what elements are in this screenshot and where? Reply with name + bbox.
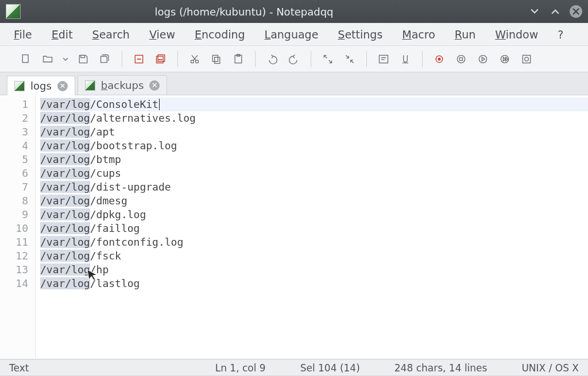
new-file-icon — [20, 53, 32, 65]
svg-point-19 — [525, 57, 529, 61]
svg-rect-0 — [22, 55, 28, 62]
line-number: 8 — [0, 194, 28, 208]
selection-highlight: /var/log — [40, 250, 90, 262]
menu-settings[interactable]: Settings — [338, 28, 382, 41]
zoom-out-button[interactable] — [341, 51, 358, 68]
menu-macro[interactable]: Macro — [402, 28, 435, 41]
maximize-button[interactable] — [549, 5, 562, 18]
toolbar-separator — [366, 51, 367, 67]
tab-close-button[interactable]: ✕ — [149, 80, 160, 91]
status-eol[interactable]: UNIX / OS X — [521, 362, 579, 374]
minimize-button[interactable] — [528, 5, 541, 18]
line-number: 3 — [0, 125, 28, 139]
save-macro-icon — [521, 53, 532, 65]
close-window-button[interactable] — [570, 5, 582, 18]
selection-highlight: /var/log — [40, 222, 90, 234]
line-number: 14 — [0, 277, 28, 290]
open-file-button[interactable] — [39, 51, 56, 68]
menu-q[interactable]: ? — [558, 28, 563, 41]
line-number: 7 — [0, 180, 28, 194]
tab-close-button[interactable]: ✕ — [57, 81, 68, 91]
editor-line[interactable]: /var/log/btmp — [40, 153, 588, 166]
editor-line[interactable]: /var/log/apt — [40, 125, 588, 139]
editor-line[interactable]: /var/log/faillog — [40, 222, 588, 235]
editor-line[interactable]: /var/log/dist-upgrade — [40, 180, 588, 194]
editor-line[interactable]: /var/log/bootstrap.log — [40, 139, 588, 153]
editor-line[interactable]: /var/log/alternatives.log — [40, 111, 588, 125]
editor-line[interactable]: /var/log/cups — [40, 166, 588, 180]
editor-lines[interactable]: /var/log/ConsoleKit/var/log/alternatives… — [36, 95, 588, 359]
close-all-button[interactable] — [152, 51, 169, 68]
zoom-in-button[interactable] — [319, 51, 336, 68]
copy-button[interactable] — [208, 51, 225, 68]
app-icon — [6, 4, 21, 19]
toolbar-separator — [311, 51, 311, 67]
undo-button[interactable] — [264, 51, 281, 68]
selection-highlight: /var/log — [40, 126, 90, 138]
menu-language[interactable]: Language — [265, 28, 319, 41]
paste-icon — [233, 53, 244, 65]
close-icon — [571, 6, 581, 17]
line-number: 4 — [0, 139, 28, 153]
menu-run[interactable]: Run — [455, 28, 475, 41]
line-number: 6 — [0, 166, 28, 180]
menu-edit[interactable]: Edit — [52, 28, 73, 41]
chevron-up-icon — [550, 6, 560, 17]
document-icon — [85, 80, 95, 91]
tab-logs[interactable]: logs✕ — [7, 76, 75, 95]
save-all-icon — [99, 53, 111, 65]
status-language[interactable]: Text — [9, 362, 29, 374]
cut-button[interactable] — [186, 51, 203, 68]
status-selection: Sel 104 (14) — [300, 362, 360, 374]
editor-line[interactable]: /var/log/hp — [40, 263, 588, 277]
save-icon — [78, 53, 89, 65]
play-button[interactable] — [474, 51, 492, 68]
open-recent-dropdown[interactable] — [61, 51, 70, 68]
redo-button[interactable] — [285, 51, 303, 68]
chevron-down-icon — [61, 53, 70, 65]
tab-backups[interactable]: backups✕ — [78, 75, 167, 95]
menu-encoding[interactable]: Encoding — [195, 28, 245, 41]
svg-point-13 — [438, 57, 441, 60]
redo-icon — [288, 53, 300, 65]
show-symbols-button[interactable] — [397, 51, 414, 68]
save-button[interactable] — [75, 51, 92, 68]
editor-line[interactable]: /var/log/fontconfig.log — [40, 235, 588, 249]
menubar: FileEditSearchViewEncodingLanguageSettin… — [0, 23, 588, 46]
editor-line[interactable]: /var/log/dpkg.log — [40, 208, 588, 222]
menu-window[interactable]: Window — [495, 28, 538, 41]
paste-button[interactable] — [230, 51, 247, 68]
close-all-icon — [155, 53, 167, 65]
editor-line[interactable]: /var/log/ConsoleKit — [40, 98, 588, 111]
save-macro-button[interactable] — [518, 51, 535, 68]
selection-highlight: /var/log — [40, 139, 90, 152]
caret — [159, 99, 160, 110]
selection-highlight: /var/log — [40, 263, 90, 276]
document-icon — [14, 81, 25, 91]
play-icon — [477, 53, 489, 65]
new-file-button[interactable] — [17, 51, 34, 68]
stop-record-button[interactable] — [452, 51, 470, 68]
open-file-icon — [42, 53, 53, 65]
save-all-button[interactable] — [96, 51, 114, 68]
window-title: logs (/home/kubuntu) - Notepadqq — [29, 6, 459, 18]
menu-view[interactable]: View — [149, 28, 175, 41]
line-number: 10 — [0, 222, 28, 235]
line-number: 5 — [0, 153, 28, 166]
cut-icon — [189, 53, 200, 65]
menu-search[interactable]: Search — [92, 28, 130, 41]
menu-file[interactable]: File — [14, 28, 32, 41]
selection-highlight: /var/log — [40, 181, 90, 193]
word-wrap-button[interactable] — [375, 51, 392, 68]
record-button[interactable] — [431, 51, 448, 68]
editor[interactable]: 1234567891011121314 /var/log/ConsoleKit/… — [0, 95, 588, 359]
editor-line[interactable]: /var/log/fsck — [40, 249, 588, 263]
line-number: 11 — [0, 235, 28, 249]
svg-rect-15 — [460, 57, 463, 60]
close-icon — [133, 53, 145, 65]
zoom-out-icon — [344, 53, 355, 65]
play-multi-button[interactable] — [496, 51, 513, 68]
editor-line[interactable]: /var/log/lastlog — [40, 277, 588, 290]
editor-line[interactable]: /var/log/dmesg — [40, 194, 588, 208]
close-button[interactable] — [130, 51, 148, 68]
